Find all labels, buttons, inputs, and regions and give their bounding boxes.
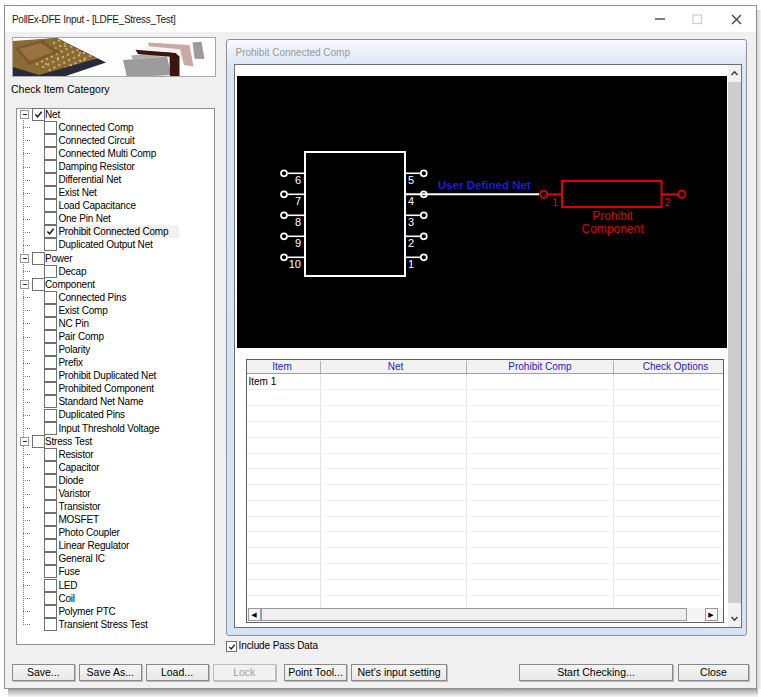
svg-text:2: 2 [665,196,671,208]
svg-text:8: 8 [295,216,301,228]
svg-text:7: 7 [295,195,301,207]
svg-text:9: 9 [295,237,301,249]
svg-text:3: 3 [408,216,414,228]
svg-text:Prohibit: Prohibit [592,209,633,223]
svg-text:1: 1 [408,258,414,270]
svg-text:User Defined Net: User Defined Net [438,179,531,191]
svg-text:4: 4 [408,195,414,207]
svg-text:5: 5 [408,174,414,186]
svg-text:10: 10 [289,258,301,270]
svg-text:2: 2 [408,237,414,249]
svg-text:1: 1 [552,196,558,208]
svg-text:6: 6 [295,174,301,186]
svg-text:Component: Component [581,222,644,236]
